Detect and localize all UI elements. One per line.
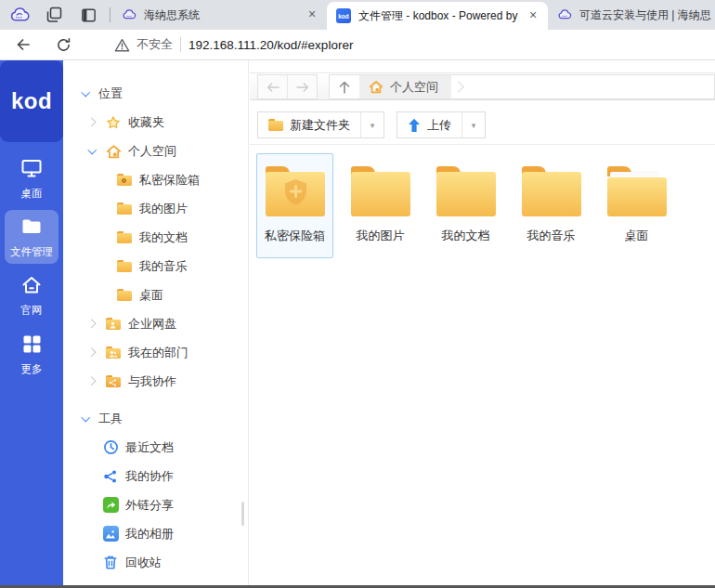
star-icon [105, 115, 122, 130]
folder-icon [116, 230, 133, 245]
back-icon[interactable] [15, 36, 32, 53]
tree-item[interactable]: 工具 [63, 404, 248, 433]
chevron-right-icon[interactable] [86, 375, 98, 387]
tabs-container: 海纳思系统×kod文件管理 - kodbox - Powered by×可道云安… [112, 0, 715, 30]
tree-item[interactable]: 私密保险箱 [63, 165, 248, 194]
clock-icon [102, 440, 119, 455]
address-bar: 不安全 192.168.111.20/kod/#explorer [0, 30, 715, 60]
nav-back-icon[interactable] [258, 75, 287, 98]
sidebar-item-label: 文件管理 [10, 245, 53, 259]
tree-item[interactable]: 我的协作 [63, 462, 248, 490]
upload-label: 上传 [427, 117, 451, 134]
security-label: 不安全 [136, 36, 173, 53]
sidebar-item-home-outline[interactable]: 官网 [5, 268, 58, 322]
tree-item[interactable]: 我的相册 [63, 519, 248, 548]
tree-item[interactable]: 企业网盘 [63, 309, 248, 338]
tree-item-label: 我在的部门 [128, 345, 188, 361]
tree-item-label: 与我协作 [128, 373, 176, 390]
folder-tree: 位置收藏夹个人空间私密保险箱我的图片我的文档我的音乐桌面企业网盘我在的部门与我协… [63, 79, 248, 588]
chevron-right-icon[interactable] [86, 346, 98, 359]
file-item[interactable]: 桌面 [598, 153, 675, 258]
safe-folder-icon [266, 166, 325, 217]
tab-divider [110, 7, 110, 22]
nav-forward-icon[interactable] [287, 75, 317, 98]
file-name: 我的图片 [357, 228, 405, 244]
file-name: 我的文档 [442, 228, 490, 244]
folder-lock-icon [116, 173, 133, 188]
browser-tab[interactable]: 可道云安装与使用 | 海纳思 [548, 0, 715, 30]
tree-item-label: 外链分享 [125, 497, 174, 514]
tree-item-label: 我的音乐 [139, 258, 188, 275]
home-icon [369, 80, 384, 94]
tree-item[interactable]: 我的文档 [63, 223, 248, 252]
reload-icon[interactable] [56, 37, 72, 53]
chevron-down-icon[interactable] [80, 412, 92, 425]
file-name: 桌面 [625, 228, 649, 244]
cloud-favicon [122, 7, 136, 22]
new-folder-dropdown[interactable]: ▾ [360, 112, 384, 137]
sidebar-item-grid[interactable]: 更多 [5, 327, 58, 381]
file-item[interactable]: 我的文档 [427, 153, 504, 258]
folder-icon [116, 288, 133, 303]
upload-dropdown[interactable]: ▾ [462, 112, 485, 137]
app-sidebar-items: 桌面文件管理官网更多 [0, 151, 63, 381]
tab-title: 可道云安装与使用 | 海纳思 [579, 7, 715, 23]
toolbar-divider [250, 144, 715, 145]
breadcrumb-arrow-icon [452, 81, 464, 93]
history-buttons [257, 74, 318, 99]
file-item[interactable]: 我的音乐 [513, 153, 590, 258]
tree-item[interactable]: 我在的部门 [63, 338, 248, 367]
nav-up-icon[interactable] [330, 75, 359, 98]
workspaces-icon[interactable] [44, 5, 64, 25]
desktop-icon [20, 157, 44, 183]
home-icon [105, 144, 122, 159]
tree-item[interactable]: 我的音乐 [63, 252, 248, 281]
tree-item[interactable]: 回收站 [63, 548, 248, 577]
browser-tab[interactable]: 海纳思系统× [112, 0, 327, 30]
tab-close-icon[interactable]: × [526, 8, 540, 23]
album-icon [102, 527, 119, 542]
upload-button[interactable]: 上传 ▾ [396, 111, 486, 138]
tree-item-label: 工具 [98, 411, 123, 427]
chevron-right-icon[interactable] [86, 116, 98, 128]
tree-item[interactable]: 收藏夹 [63, 108, 248, 137]
tree-item[interactable]: 最近文档 [63, 433, 248, 462]
breadcrumb-label: 个人空间 [390, 79, 438, 96]
tree-item[interactable]: 外链分享 [63, 490, 248, 519]
file-name: 我的音乐 [527, 228, 576, 244]
chevron-down-icon[interactable] [80, 87, 92, 99]
chevron-right-icon[interactable] [86, 318, 98, 330]
sidebar-item-label: 更多 [21, 362, 43, 376]
tree-item[interactable]: 桌面 [63, 281, 248, 309]
file-item[interactable]: 我的图片 [342, 153, 419, 258]
new-folder-label: 新建文件夹 [290, 117, 350, 134]
new-folder-button[interactable]: 新建文件夹 ▾ [257, 111, 384, 138]
breadcrumb-segment[interactable]: 个人空间 [359, 75, 451, 98]
sidebar-toggle-icon[interactable] [78, 5, 98, 25]
security-chip[interactable]: 不安全 [114, 36, 173, 53]
sidebar-item-folder-white[interactable]: 文件管理 [5, 210, 58, 264]
tree-item[interactable]: 我的图片 [63, 194, 248, 223]
tree-item-label: 我的图片 [139, 201, 188, 217]
folder-users-icon [105, 346, 122, 360]
tree-item[interactable]: 个人空间 [63, 137, 248, 165]
kod-logo[interactable]: kod [0, 60, 63, 142]
browser-logo-icon[interactable] [9, 5, 30, 25]
chevron-down-icon[interactable] [86, 145, 98, 157]
cloud-favicon [557, 7, 572, 22]
tree-item-label: 收藏夹 [128, 114, 164, 131]
file-item[interactable]: 私密保险箱 [256, 153, 333, 258]
url-text[interactable]: 192.168.111.20/kod/#explorer [188, 38, 353, 52]
folder-user-icon [105, 317, 122, 332]
tree-scrollbar[interactable] [241, 502, 244, 526]
tab-title: 海纳思系统 [144, 7, 297, 23]
kodbox-favicon: kod [336, 8, 351, 23]
tree-item[interactable]: 位置 [63, 79, 248, 108]
folder-icon [436, 166, 496, 217]
tree-item-label: 个人空间 [128, 143, 176, 160]
sidebar-item-desktop[interactable]: 桌面 [5, 151, 58, 205]
sidebar-item-label: 桌面 [21, 187, 43, 201]
browser-tab[interactable]: kod文件管理 - kodbox - Powered by× [327, 2, 548, 30]
tree-item[interactable]: 与我协作 [63, 367, 248, 396]
tab-close-icon[interactable]: × [305, 7, 319, 22]
